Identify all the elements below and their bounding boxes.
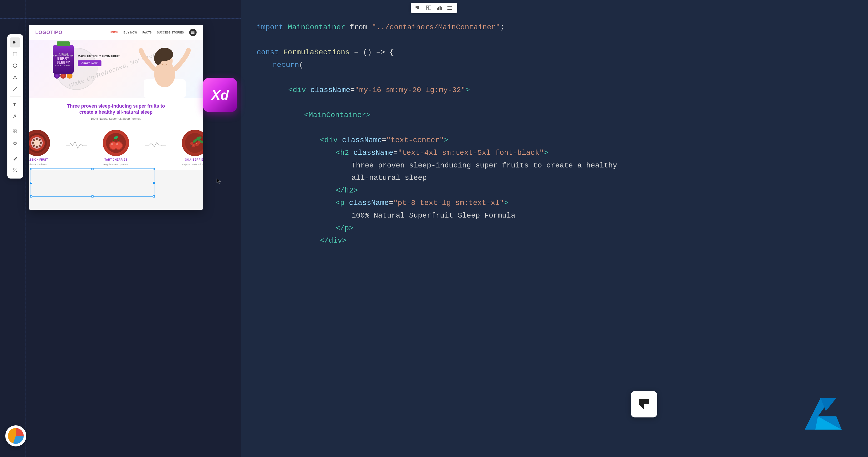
- grid-line-v1: [26, 0, 26, 457]
- code-line-p-end: </p>: [257, 222, 852, 235]
- svg-rect-29: [191, 32, 194, 33]
- code-tag-div-2: <div: [320, 134, 338, 147]
- svg-rect-14: [447, 8, 452, 8]
- code-attr-val-p: "pt-8 text-lg sm:text-xl": [393, 197, 504, 209]
- nav-link-buynow[interactable]: BUY NOW: [124, 31, 137, 34]
- layout-icon[interactable]: [426, 5, 432, 11]
- resize-tool-btn[interactable]: [10, 165, 20, 175]
- site-logo: LOGOTIPO: [35, 30, 62, 35]
- handle-br[interactable]: [153, 195, 155, 198]
- code-line-div-end: </div>: [257, 234, 852, 247]
- triangle-tool-btn[interactable]: [10, 72, 20, 82]
- fruits-grid: PASSION FRUIT Calms and relaxes: [29, 125, 203, 170]
- bottle-label: All Natural DIETARY SUPPLEMENT BERRYSLEE…: [54, 53, 73, 67]
- code-main-container-open: <MainContainer>: [304, 109, 371, 121]
- code-text-sleep-2: all-natural sleep: [351, 172, 427, 184]
- svg-rect-8: [429, 5, 431, 10]
- select-tool-btn[interactable]: [10, 37, 20, 48]
- handle-bm[interactable]: [91, 195, 94, 198]
- fruit-card-passion: PASSION FRUIT Calms and relaxes: [29, 130, 50, 166]
- code-line-h2: <h2 className = "text-4xl sm:text-5xl fo…: [257, 147, 852, 159]
- site-nav: LOGOTIPO HOME BUY NOW FACTS SUCCESS STOR…: [29, 25, 203, 40]
- bottle-cap: [57, 41, 70, 46]
- code-text-formula: 100% Natural Superfruit Sleep Formula: [351, 209, 516, 222]
- code-line-blank-4: [257, 121, 852, 134]
- code-line-p: <p className = "pt-8 text-lg sm:text-xl"…: [257, 197, 852, 209]
- text-format-icon[interactable]: [415, 5, 421, 11]
- svg-point-47: [32, 142, 34, 144]
- code-line-blank-1: [257, 34, 852, 47]
- handle-mr[interactable]: [153, 182, 155, 184]
- code-attr-classname-3: className: [353, 147, 393, 159]
- ellipse-tool-btn[interactable]: [10, 61, 20, 71]
- code-tag-p-end: </p>: [336, 222, 353, 235]
- order-now-btn[interactable]: ORDER NOW: [78, 60, 101, 66]
- passion-fruit-desc: Calms and relaxes: [29, 163, 46, 166]
- nav-link-facts[interactable]: FACTS: [142, 31, 152, 34]
- code-line-h2-text-2: all-natural sleep: [257, 172, 852, 184]
- code-return-keyword: return: [273, 59, 299, 72]
- grid-tool-btn[interactable]: [10, 126, 20, 137]
- svg-line-27: [13, 169, 17, 172]
- selection-box: [31, 169, 154, 197]
- code-line-h2-text-1: Three proven sleep-inducing super fruits…: [257, 159, 852, 172]
- code-space-1: [306, 84, 310, 96]
- svg-rect-16: [13, 52, 17, 56]
- goji-berry-img: [182, 130, 203, 156]
- nav-menu-btn[interactable]: [189, 29, 196, 36]
- code-line-1: import MainContainer from "../containers…: [257, 21, 852, 34]
- code-space-2: [338, 134, 342, 147]
- code-tag-div-close-2: >: [444, 134, 448, 147]
- svg-rect-11: [439, 6, 441, 10]
- code-line-const: const FormulaSections = () => {: [257, 46, 852, 59]
- svg-rect-9: [437, 8, 438, 10]
- code-tag-h2-end: </h2>: [336, 184, 358, 197]
- svg-point-68: [197, 141, 200, 144]
- code-line-div-text-center: <div className = "text-center" >: [257, 134, 852, 147]
- nav-link-home[interactable]: HOME: [110, 31, 118, 34]
- svg-point-55: [115, 142, 122, 149]
- code-tag-h2-close: >: [544, 147, 548, 159]
- code-attr-val-text-center: "text-center": [386, 134, 444, 147]
- handle-bl[interactable]: [30, 195, 32, 198]
- svg-rect-30: [191, 33, 194, 34]
- code-equals-3: =: [393, 147, 398, 159]
- fruit-card-goji: GOJI BERRIES Help you wake refreshed: [182, 130, 203, 166]
- toolbar-divider-1: [10, 96, 21, 97]
- code-line-p-text: 100% Natural Superfruit Sleep Formula: [257, 209, 852, 222]
- code-text-sleep-1: Three proven sleep-inducing super fruits…: [351, 159, 617, 172]
- code-import-path: "../containers/MainContainer": [372, 21, 500, 34]
- site-content-text: Three proven sleep-inducing super fruits…: [29, 98, 203, 125]
- svg-rect-22: [15, 130, 16, 131]
- code-line-div-outer: <div className = "my-16 sm:my-20 lg:my-3…: [257, 84, 852, 96]
- code-equals-4: =: [389, 197, 394, 209]
- code-tag-div-end: </div>: [320, 234, 346, 247]
- app-logo-inner: [8, 428, 24, 444]
- svg-rect-15: [447, 9, 452, 10]
- fill-tool-btn[interactable]: [10, 138, 20, 148]
- code-import-identifier: MainContainer: [288, 21, 345, 34]
- tart-cherry-img: [103, 130, 129, 156]
- svg-rect-12: [441, 7, 442, 10]
- svg-rect-24: [15, 132, 16, 133]
- svg-rect-13: [447, 6, 452, 7]
- svg-point-17: [13, 64, 17, 67]
- svg-rect-6: [426, 5, 428, 7]
- code-line-blank-2: [257, 71, 852, 84]
- rect-tool-btn[interactable]: [10, 49, 20, 59]
- svg-point-69: [193, 144, 194, 146]
- chart-icon[interactable]: [436, 5, 442, 11]
- code-import-keyword: import: [257, 21, 288, 34]
- menu-icon[interactable]: [447, 5, 453, 11]
- nav-link-success[interactable]: SUCCESS STORIES: [157, 31, 184, 34]
- text-tool-btn[interactable]: T: [10, 99, 20, 109]
- pen-tool-btn[interactable]: [10, 111, 20, 121]
- xd-badge: Xd: [203, 78, 237, 112]
- svg-rect-28: [191, 31, 194, 32]
- line-tool-btn[interactable]: [10, 84, 20, 94]
- pencil-tool-btn[interactable]: [10, 154, 20, 164]
- svg-rect-7: [426, 8, 428, 10]
- code-equals-1: =: [350, 84, 355, 96]
- handle-ml[interactable]: [30, 182, 32, 184]
- svg-line-18: [13, 87, 17, 91]
